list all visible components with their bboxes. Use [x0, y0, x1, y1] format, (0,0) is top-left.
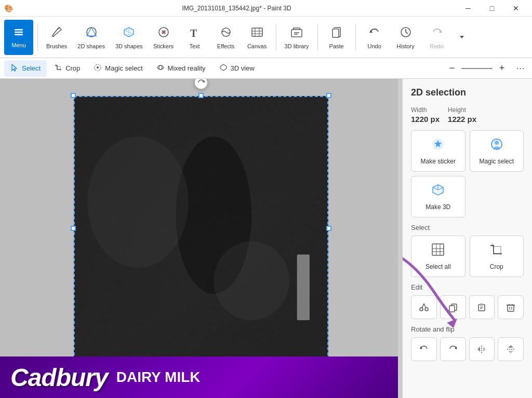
- svg-rect-2: [15, 34, 23, 35]
- height-label: Height: [448, 106, 476, 114]
- zoom-slider[interactable]: [461, 68, 493, 69]
- 3d-library-icon: [290, 25, 303, 41]
- 2d-shapes-button[interactable]: 2D shapes: [73, 20, 109, 55]
- svg-point-41: [495, 141, 499, 145]
- magic-select-panel-icon: [489, 137, 504, 155]
- edit-buttons: [411, 295, 524, 319]
- mixed-reality-subtool[interactable]: Mixed reality: [150, 60, 212, 77]
- zoom-plus-button[interactable]: +: [495, 61, 509, 76]
- flip-horizontal-icon: [476, 344, 487, 354]
- make-3d-icon: [431, 183, 445, 200]
- delete-button[interactable]: [498, 295, 524, 319]
- svg-line-26: [406, 32, 408, 34]
- cut-icon: [419, 302, 429, 312]
- close-button[interactable]: ✕: [504, 0, 528, 17]
- panel-title: 2D selection: [411, 87, 524, 98]
- canvas-scrollbar[interactable]: [398, 79, 402, 398]
- handle-middle-right[interactable]: [326, 226, 331, 231]
- crop-icon: [54, 63, 62, 74]
- paste-icon: [330, 25, 343, 41]
- canvas-button[interactable]: Canvas: [243, 20, 272, 55]
- make-sticker-button[interactable]: Make sticker: [411, 130, 466, 172]
- svg-rect-21: [332, 29, 339, 37]
- 2d-shapes-label: 2D shapes: [77, 43, 105, 49]
- subtoolbar: Select Crop Magic select Mixed reality: [0, 58, 532, 79]
- paste-panel-button[interactable]: [469, 295, 495, 319]
- svg-marker-73: [508, 351, 513, 353]
- 3d-shapes-icon: [122, 25, 136, 41]
- brushes-button[interactable]: Brushes: [42, 20, 71, 55]
- rotate-right-button[interactable]: [440, 337, 466, 361]
- select-all-icon: [431, 242, 445, 260]
- minimize-button[interactable]: ─: [456, 0, 480, 17]
- select-subtool[interactable]: Select: [4, 60, 47, 77]
- handle-top-left[interactable]: [71, 93, 76, 98]
- make-sticker-icon: [431, 137, 445, 155]
- menu-button[interactable]: Menu: [4, 20, 33, 55]
- cut-button[interactable]: [411, 295, 437, 319]
- rotate-flip-buttons: [411, 337, 524, 361]
- toolbar-separator-1: [37, 24, 38, 50]
- 3d-library-button[interactable]: 3D library: [281, 20, 313, 55]
- menu-icon: [13, 26, 24, 40]
- collapse-icon: [458, 32, 466, 43]
- redo-button[interactable]: Redo: [422, 20, 451, 55]
- rotate-handle[interactable]: [194, 79, 208, 90]
- text-label: Text: [189, 43, 200, 49]
- undo-button[interactable]: Undo: [360, 20, 389, 55]
- rotate-left-icon: [419, 344, 429, 354]
- paste-button[interactable]: Paste: [322, 20, 351, 55]
- select-all-button[interactable]: Select all: [411, 236, 466, 277]
- svg-line-53: [424, 304, 426, 308]
- main-layout: Cadbury DAIRY MILK 2D selection Width 12…: [0, 79, 532, 398]
- 3d-shapes-button[interactable]: 3D shapes: [111, 20, 147, 55]
- select-label: Select: [22, 64, 41, 72]
- effects-button[interactable]: Effects: [211, 20, 241, 55]
- canvas-image: [74, 96, 328, 361]
- maximize-button[interactable]: □: [480, 0, 504, 17]
- history-button[interactable]: History: [391, 20, 420, 55]
- magic-select-button[interactable]: Magic select: [470, 130, 524, 172]
- svg-point-50: [420, 308, 423, 311]
- rotate-left-button[interactable]: [411, 337, 437, 361]
- toolbar-separator-4: [355, 24, 356, 50]
- handle-middle-left[interactable]: [71, 226, 76, 231]
- effects-label: Effects: [217, 43, 234, 49]
- more-options-button[interactable]: ···: [513, 61, 528, 76]
- svg-point-31: [159, 65, 162, 70]
- brushes-label: Brushes: [46, 43, 67, 49]
- make-3d-label: Make 3D: [425, 203, 450, 211]
- flip-vertical-button[interactable]: [498, 337, 524, 361]
- svg-marker-32: [220, 64, 227, 71]
- crop-label: Crop: [65, 64, 80, 72]
- svg-marker-69: [477, 347, 480, 352]
- crop-panel-button[interactable]: Crop: [470, 236, 524, 277]
- copy-icon: [448, 302, 458, 312]
- effects-icon: [219, 25, 233, 41]
- action-buttons-row1: Make sticker Magic select: [411, 130, 524, 172]
- make-3d-button[interactable]: Make 3D: [411, 176, 466, 217]
- canvas-icon: [250, 25, 264, 41]
- 3d-library-label: 3D library: [285, 43, 309, 49]
- history-icon: [399, 25, 413, 41]
- svg-point-30: [97, 66, 99, 68]
- canvas-image-container: [74, 96, 328, 361]
- svg-marker-72: [508, 345, 513, 348]
- cadbury-strip: Cadbury DAIRY MILK: [0, 356, 402, 398]
- svg-rect-22: [334, 28, 337, 30]
- 3d-shapes-label: 3D shapes: [115, 43, 143, 49]
- handle-top-right[interactable]: [326, 93, 331, 98]
- stickers-button[interactable]: Stickers: [149, 20, 178, 55]
- canvas-area[interactable]: Cadbury DAIRY MILK: [0, 79, 402, 398]
- magic-select-subtool[interactable]: Magic select: [87, 60, 149, 77]
- zoom-minus-button[interactable]: −: [445, 61, 459, 76]
- text-button[interactable]: T Text: [180, 20, 209, 55]
- text-icon: T: [188, 25, 202, 41]
- mixed-reality-label: Mixed reality: [168, 64, 206, 72]
- flip-horizontal-button[interactable]: [469, 337, 495, 361]
- 3d-view-subtool[interactable]: 3D view: [213, 60, 261, 77]
- collapse-button[interactable]: [454, 20, 470, 55]
- crop-subtool[interactable]: Crop: [48, 60, 86, 77]
- handle-top-middle[interactable]: [198, 93, 204, 98]
- copy-button[interactable]: [440, 295, 466, 319]
